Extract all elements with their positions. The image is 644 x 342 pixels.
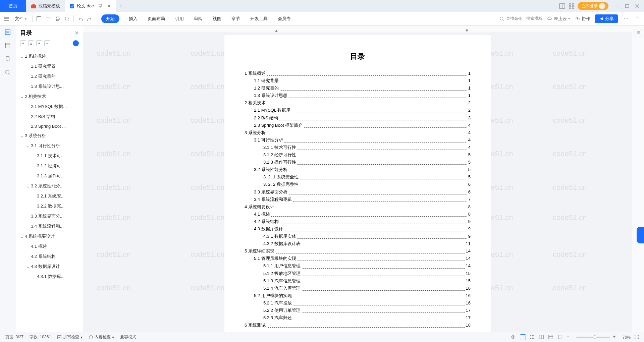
expand-all-icon[interactable]: ▴ (28, 40, 34, 46)
ribbon-tab-2[interactable]: 页面布局 (147, 14, 166, 23)
outline-item[interactable]: 4.1 概述 (16, 241, 83, 251)
spell-check[interactable]: 拼写检查 ▾ (57, 334, 83, 340)
outline-item[interactable]: ⌄3.1 可行性分析 (16, 141, 83, 151)
print-icon[interactable] (54, 15, 61, 22)
outline-item[interactable]: 4.2 系统结构 (16, 251, 83, 262)
outline-item[interactable]: 3.1.2 经济可... (16, 161, 83, 171)
outline-item[interactable]: ⌄3.2 系统性能分... (16, 181, 83, 191)
bookmark-rail-icon[interactable] (4, 56, 12, 63)
share-button[interactable]: 分享 (595, 14, 618, 23)
tab-document[interactable]: W 论文.doc (65, 0, 116, 12)
minimize-button[interactable] (613, 2, 621, 10)
cloud-status[interactable]: 未上云 ▾ (547, 16, 570, 22)
window-close-button[interactable] (633, 2, 641, 10)
outline-item[interactable]: 2.2 B/S 结构 (16, 112, 83, 122)
menu-icon[interactable] (3, 15, 10, 22)
ribbon-tab-1[interactable]: 插入 (128, 14, 138, 23)
toc-text: 3.3 系统界面分析 (254, 188, 287, 196)
page-indicator[interactable]: 页面: 3/27 (5, 334, 23, 340)
outline-item[interactable]: ⌄4 系统概要设计 (16, 231, 83, 241)
chevron-down-icon: ⌄ (19, 54, 24, 59)
close-icon[interactable] (107, 4, 111, 8)
ribbon-tab-5[interactable]: 视图 (212, 14, 222, 23)
outline-item[interactable]: 2.1 MYSQL 数据... (16, 102, 83, 112)
ribbon-tab-6[interactable]: 章节 (231, 14, 241, 23)
outline-item[interactable]: ⌄4.3 数据库设计 (16, 262, 83, 272)
toc-text: 5.1.3 汽车信息管理 (263, 277, 301, 285)
outline-item[interactable]: ⌄3 系统分析 (16, 131, 83, 141)
sidebar-settings-icon[interactable] (73, 40, 79, 46)
collapse-all-icon[interactable]: ▾ (20, 40, 26, 46)
web-view-icon[interactable] (548, 334, 554, 340)
zoom-fit-icon[interactable] (557, 334, 564, 340)
collab-button[interactable]: 协作 (575, 16, 590, 22)
page-view-icon[interactable] (520, 334, 526, 340)
save-icon[interactable] (35, 15, 43, 22)
tab-add-button[interactable]: + (116, 3, 126, 10)
content-check[interactable]: 内容检查 ▾ (89, 334, 114, 340)
file-menu[interactable]: 文件 ▾ (12, 16, 30, 22)
outline-item[interactable]: 3.2.2 数据完... (16, 201, 83, 211)
thumbnail-rail-icon[interactable] (4, 42, 12, 50)
toc-line: 3.1 可行性分析4 (245, 136, 471, 144)
outline-item[interactable]: 1.1 研究背景 (16, 61, 83, 71)
zoom-out-icon[interactable]: − (567, 334, 573, 340)
toc-text: 2 相关技术 (245, 99, 266, 107)
ribbon-tab-3[interactable]: 引用 (174, 14, 184, 23)
outline-item[interactable]: 1.2 研究目的 (16, 71, 83, 81)
maximize-button[interactable] (623, 2, 631, 10)
document-canvas[interactable]: code51.cncode51.cncode51.cncode51.cncode… (83, 25, 632, 332)
outline-item[interactable]: ⌄1 系统概述 (16, 51, 83, 61)
ribbon-tab-0[interactable]: 开始 (101, 14, 119, 23)
save-as-icon[interactable] (45, 15, 52, 22)
layout-icon[interactable] (559, 3, 566, 9)
outline-item[interactable]: 3.2.1 系统安... (16, 191, 83, 201)
toc-page: 15 (466, 270, 471, 277)
demote-icon[interactable]: − (44, 40, 50, 46)
print-preview-icon[interactable] (63, 15, 71, 22)
watermark-grey: code51.cn (191, 49, 225, 58)
ribbon-tab-8[interactable]: 会员专 (277, 14, 291, 23)
ribbon-collapse-icon[interactable]: ⌃ (634, 16, 641, 21)
outline-item[interactable]: 2.3 Spring Boot ... (16, 122, 83, 131)
promote-icon[interactable]: + (36, 40, 42, 46)
toc-line: 3.3 系统界面分析6 (245, 188, 471, 196)
toc-line: 5.2.2 使用订单管理17 (245, 307, 471, 314)
login-button[interactable]: 立即登录 (578, 2, 608, 10)
undo-icon[interactable] (76, 15, 84, 22)
ribbon-tab-4[interactable]: 审阅 (193, 14, 203, 23)
pin-icon[interactable] (98, 4, 103, 8)
zoom-slider[interactable] (576, 337, 610, 338)
outline-item[interactable]: ⌄2 相关技术 (16, 92, 83, 102)
zoom-in-icon[interactable]: + (613, 334, 619, 340)
outline-item[interactable]: 3.4 系统流程和... (16, 221, 83, 231)
feedback-tab[interactable] (637, 227, 644, 243)
tab-home[interactable]: 首页 (0, 0, 26, 12)
outline-rail-icon[interactable] (4, 29, 12, 36)
reading-view-icon[interactable] (539, 334, 545, 340)
outline-item[interactable]: 4.3.1 数据库... (16, 272, 83, 282)
eye-icon[interactable] (511, 334, 517, 340)
apps-icon[interactable] (568, 3, 575, 9)
outline-item[interactable]: 3.3 系统界面分... (16, 211, 83, 221)
outline-item[interactable]: 1.3 系统设计思... (16, 81, 83, 92)
outline-view-icon[interactable] (529, 334, 535, 340)
word-count[interactable]: 字数: 10361 (30, 334, 51, 340)
outline-item[interactable]: 3.1.3 操作可... (16, 171, 83, 181)
outline-item-label: 3 系统分析 (25, 133, 46, 139)
command-search[interactable]: 查找命令、搜索模板 (499, 16, 542, 21)
sidebar-close-icon[interactable]: ✕ (74, 30, 79, 36)
tab-template[interactable]: 找稻壳模板 (26, 0, 65, 12)
zoom-thumb[interactable] (593, 335, 596, 339)
outline-item[interactable]: 3.1.1 技术可... (16, 151, 83, 161)
ribbon-more-icon[interactable]: ⋯ (623, 16, 630, 21)
zoom-level[interactable]: 70% (623, 335, 631, 340)
redo-icon[interactable] (86, 15, 93, 22)
search-rail-icon[interactable] (4, 69, 12, 76)
fullscreen-icon[interactable] (634, 334, 640, 340)
compat-mode[interactable]: 兼容模式 (120, 334, 136, 340)
ribbon-tab-7[interactable]: 开发工具 (250, 14, 268, 23)
right-panel-toggle-icon[interactable] (635, 29, 642, 36)
outline-item-label: 3.1.3 操作可... (37, 173, 64, 179)
horizontal-ruler[interactable] (83, 25, 632, 32)
